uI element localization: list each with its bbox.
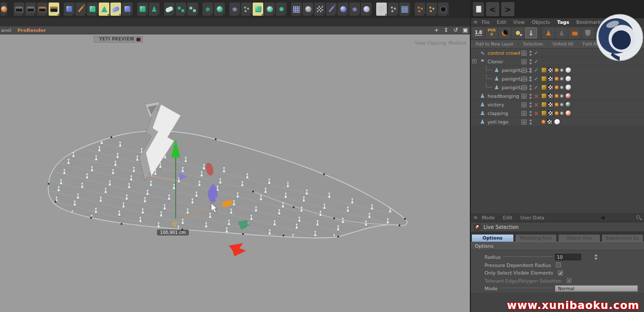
softbody-ball-icon[interactable]	[361, 3, 372, 16]
mode-dropdown[interactable]: Normal	[555, 285, 638, 292]
enable-state-icon[interactable]: ✓	[533, 67, 539, 73]
checkbox[interactable]: ✓	[567, 278, 572, 283]
material-tag[interactable]	[554, 119, 560, 125]
layer-grid-icon[interactable]	[521, 111, 527, 116]
visibility-dots[interactable]	[529, 51, 532, 56]
psr-button[interactable]: PSR0	[486, 27, 498, 38]
object-name[interactable]: clapping	[488, 110, 508, 116]
spinner-arrows[interactable]	[593, 254, 598, 260]
layer-grid-icon[interactable]	[521, 68, 527, 73]
particles2-dots-icon[interactable]	[388, 3, 398, 16]
object-name[interactable]: yeti logo	[488, 119, 508, 125]
red-direction-arrow[interactable]	[229, 243, 246, 256]
shield-button[interactable]	[582, 27, 594, 38]
checker-tag-icon[interactable]	[548, 93, 553, 99]
enable-state-icon[interactable]: ×	[533, 110, 539, 117]
dot-tag-icon[interactable]	[541, 120, 546, 124]
dot2-tag-icon[interactable]	[560, 94, 564, 98]
back-button[interactable]: <	[486, 2, 499, 16]
material-tag[interactable]	[565, 93, 572, 99]
character-pose-button[interactable]: ♟	[542, 27, 554, 38]
visibility-dots[interactable]	[529, 76, 532, 82]
capsule-icon[interactable]	[164, 3, 175, 16]
dot-tag-icon[interactable]	[554, 111, 559, 115]
character-cube-icon[interactable]	[122, 3, 133, 16]
am-menu-user-data[interactable]: User Data	[520, 215, 544, 220]
history-back-icon[interactable]: ◀	[600, 214, 605, 221]
volume-cone-icon[interactable]	[99, 3, 109, 16]
layer-grid-icon[interactable]	[521, 76, 527, 82]
particle-dots-icon[interactable]	[241, 3, 252, 16]
layerbar-selection[interactable]: Selection	[518, 42, 548, 47]
om-menu-tags[interactable]: Tags	[557, 19, 569, 25]
visibility-dots[interactable]	[529, 111, 532, 116]
forward-button[interactable]: >	[501, 2, 514, 16]
object-row-panigirtzei-1[interactable]: ♟panigirtzei.1✓	[471, 74, 644, 83]
cloth-grid-icon[interactable]	[291, 3, 302, 16]
layerbar-add-to-new-layer[interactable]: Add to New Layer	[471, 42, 518, 47]
layer-grid-icon[interactable]	[521, 94, 527, 99]
gears-icon[interactable]	[376, 3, 387, 16]
object-row-panigirtzei[interactable]: ♟panigirtzei✓	[471, 83, 644, 92]
material-tag[interactable]	[565, 110, 572, 116]
visibility-dots[interactable]	[529, 120, 532, 125]
hair-pen-icon[interactable]	[326, 3, 337, 16]
sculpt-bean-icon[interactable]	[110, 3, 121, 16]
tab-options[interactable]: Options	[471, 234, 514, 242]
render-view-icon[interactable]	[14, 3, 24, 16]
object-row-yeti-logo[interactable]: ♟yeti logo	[471, 118, 644, 126]
material-tag[interactable]	[565, 101, 572, 108]
hamburger-icon[interactable]: ≡	[473, 19, 477, 25]
zoom-icon[interactable]: ↕	[442, 27, 450, 33]
object-name[interactable]: Cloner	[488, 59, 503, 64]
viewport-menu-prorender[interactable]: ProRender	[17, 27, 46, 33]
mograph-cloner-icon[interactable]	[253, 3, 263, 16]
object-row-headbanging[interactable]: ♟headbanging×	[471, 92, 644, 100]
ik-bone-icon[interactable]	[187, 3, 198, 16]
enable-state-icon[interactable]: ✓	[533, 50, 539, 56]
coord-scale-button[interactable]: 1.0	[472, 27, 485, 38]
gold-tag-icon[interactable]	[541, 67, 547, 73]
voronoi-checker-icon[interactable]	[314, 3, 325, 16]
object-name[interactable]: control crowd	[488, 50, 520, 56]
material-tag[interactable]	[565, 75, 572, 82]
spline-pen-icon[interactable]	[75, 3, 86, 16]
checker-tag-icon[interactable]	[548, 76, 553, 82]
om-menu-edit[interactable]: Edit	[497, 19, 506, 25]
drop-to-floor-button[interactable]: ↓	[525, 27, 537, 38]
dot-tag-icon[interactable]	[554, 85, 559, 90]
layer-grid-icon[interactable]	[521, 85, 527, 90]
3d-viewport[interactable]: YETI PREVIEW View Clipping: Medium 100,9…	[0, 34, 471, 312]
edge-partial-icon[interactable]	[1, 3, 7, 16]
dot2-tag-icon[interactable]	[560, 68, 564, 72]
checkbox[interactable]: ✓	[558, 270, 563, 276]
tracer-ball-icon[interactable]	[276, 3, 287, 16]
dot-tag-icon[interactable]	[554, 102, 559, 107]
dot2-tag-icon[interactable]	[560, 103, 564, 106]
joint-chain-icon[interactable]	[176, 3, 186, 16]
checker-tag-icon[interactable]	[548, 67, 553, 73]
object-name[interactable]: headbanging	[488, 93, 519, 99]
pose1-icon[interactable]	[415, 3, 425, 16]
object-row-victory[interactable]: ♟victory×	[471, 100, 644, 109]
tab-modeling-axis[interactable]: Modeling Axis	[515, 234, 557, 242]
layer-grid-icon[interactable]	[521, 120, 527, 125]
visibility-dots[interactable]	[529, 68, 532, 73]
object-row-clapping[interactable]: ♟clapping×	[471, 109, 644, 118]
gearball-icon[interactable]	[438, 3, 449, 16]
gold-tag-icon[interactable]	[541, 93, 547, 99]
gold-tag-icon[interactable]	[541, 102, 547, 107]
render-settings-icon[interactable]	[37, 3, 48, 16]
dot-tag-icon[interactable]	[554, 68, 559, 72]
enable-state-icon[interactable]: ×	[533, 93, 539, 100]
connector-flake-icon[interactable]: *	[349, 3, 360, 16]
layerbar-unfold-all[interactable]: Unfold All	[548, 42, 579, 47]
modeling-cube-icon[interactable]	[87, 3, 98, 16]
yeti-preview-chip[interactable]: YETI PREVIEW	[94, 36, 143, 43]
options-section-header[interactable]: Options	[471, 242, 644, 250]
checker-tag-icon[interactable]	[548, 85, 553, 90]
viewport-menu-panel-partial[interactable]: anel	[1, 27, 11, 33]
hamburger-icon[interactable]: ≡	[473, 215, 477, 220]
fracture-ball-icon[interactable]	[264, 3, 275, 16]
gold-tag-icon[interactable]	[541, 110, 547, 116]
